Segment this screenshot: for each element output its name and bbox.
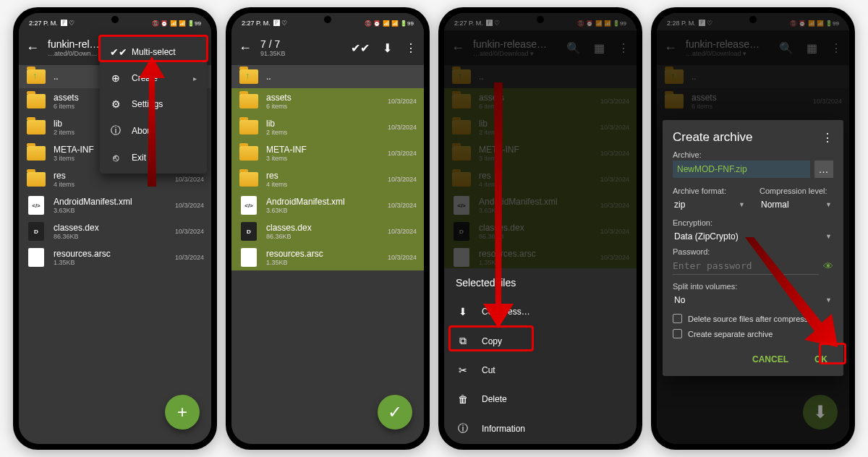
multi-select-icon: ✔✔: [110, 46, 122, 58]
sheet-information[interactable]: ⓘ Information: [444, 414, 637, 444]
list-item[interactable]: resources.arsc1.35KB 10/3/2024: [231, 244, 424, 270]
compression-level-select[interactable]: Normal▼: [760, 197, 833, 213]
sheet-cut[interactable]: ✂ Cut: [444, 356, 637, 385]
gear-icon: ⚙: [110, 98, 122, 110]
menu-exit[interactable]: ⎋ Exit: [100, 145, 207, 171]
parent-dir[interactable]: ↑ ..: [231, 65, 424, 88]
overflow-icon[interactable]: ⋮: [822, 131, 833, 145]
fab-add[interactable]: +: [165, 395, 200, 430]
fab-confirm[interactable]: ✓: [378, 395, 412, 430]
trash-icon: 🗑: [457, 393, 469, 405]
list-item[interactable]: META-INF3 items 10/3/2024: [231, 140, 424, 166]
menu-create[interactable]: ⊕ Create ▸: [100, 65, 207, 91]
password-input[interactable]: [673, 257, 819, 275]
list-item[interactable]: </> AndroidManifest.xml3.63KB 10/3/2024: [19, 192, 211, 218]
chevron-right-icon: ▸: [193, 74, 197, 82]
archive-label: Archive:: [673, 150, 833, 159]
list-item[interactable]: resources.arsc1.35KB 10/3/2024: [19, 244, 211, 270]
split-volumes-select[interactable]: No▼: [673, 292, 833, 308]
chevron-down-icon: ▼: [825, 296, 832, 304]
info-icon: ⓘ: [457, 422, 469, 435]
separate-archive-checkbox[interactable]: Create separate archive: [673, 329, 833, 338]
list-item[interactable]: D classes.dex86.36KB 10/3/2024: [19, 218, 211, 244]
sheet-copy[interactable]: ⧉ Copy: [444, 326, 637, 356]
chevron-down-icon: ▼: [825, 201, 832, 208]
cancel-button[interactable]: CANCEL: [746, 350, 794, 369]
info-icon: ⓘ: [110, 124, 122, 137]
overflow-icon[interactable]: ⋮: [405, 41, 417, 55]
list-item[interactable]: assets6 items 10/3/2024: [231, 88, 424, 114]
chevron-down-icon: ▼: [825, 233, 832, 240]
list-item[interactable]: res4 items 10/3/2024: [231, 166, 424, 192]
archive-format-select[interactable]: zip▼: [673, 197, 746, 213]
sheet-delete[interactable]: 🗑 Delete: [444, 385, 637, 414]
download-icon[interactable]: ⬇: [383, 41, 392, 55]
list-item[interactable]: </> AndroidManifest.xml3.63KB 10/3/2024: [231, 192, 424, 218]
exit-icon: ⎋: [110, 152, 122, 163]
menu-about[interactable]: ⓘ About: [100, 117, 207, 145]
back-icon[interactable]: ←: [26, 40, 39, 56]
eye-icon[interactable]: 👁: [823, 260, 833, 272]
create-archive-dialog: Create archive ⋮ Archive: … Archive form…: [663, 120, 843, 376]
back-icon[interactable]: ←: [239, 40, 252, 56]
selection-count: 7 / 7: [260, 38, 338, 50]
menu-multi-select[interactable]: ✔✔ Multi-select: [100, 39, 207, 65]
sheet-compress[interactable]: ⬇ Compress…: [444, 297, 637, 326]
dialog-title: Create archive: [673, 130, 753, 145]
delete-source-checkbox[interactable]: Delete source files after compression: [673, 314, 833, 323]
copy-icon: ⧉: [457, 335, 469, 347]
browse-button[interactable]: …: [814, 161, 833, 178]
list-item[interactable]: lib2 items 10/3/2024: [231, 114, 424, 140]
selection-size: 91.35KB: [260, 50, 338, 57]
list-item[interactable]: D classes.dex86.36KB 10/3/2024: [231, 218, 424, 244]
menu-settings[interactable]: ⚙ Settings: [100, 91, 207, 117]
cut-icon: ✂: [457, 364, 469, 376]
bottom-sheet: Selected files ⬇ Compress… ⧉ Copy ✂ Cut …: [444, 268, 637, 444]
select-all-icon[interactable]: ✔✔: [351, 41, 370, 55]
ok-button[interactable]: OK: [809, 350, 833, 369]
plus-circle-icon: ⊕: [110, 72, 122, 84]
sheet-title: Selected files: [444, 268, 637, 297]
encryption-select[interactable]: Data (ZipCrypto)▼: [673, 228, 833, 244]
compress-icon: ⬇: [457, 306, 469, 317]
archive-name-input[interactable]: [673, 161, 810, 178]
chevron-down-icon: ▼: [739, 201, 745, 208]
overflow-menu: ✔✔ Multi-select ⊕ Create ▸ ⚙ Settings ⓘ …: [100, 36, 207, 174]
